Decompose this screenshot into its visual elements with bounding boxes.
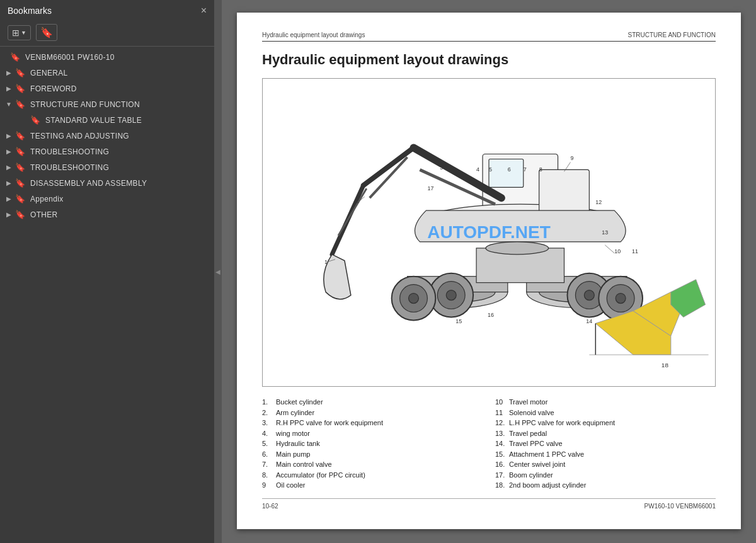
legend-text: 2nd boom adjust cylinder	[509, 480, 586, 491]
svg-point-20	[446, 290, 456, 300]
svg-text:13: 13	[602, 229, 608, 236]
legend-item: 15.Attachment 1 PPC valve	[495, 449, 716, 460]
page-document[interactable]: Hydraulic equipment layout drawings STRU…	[237, 13, 741, 529]
expand-trouble2[interactable]: ▶	[0, 164, 13, 171]
svg-line-53	[605, 245, 614, 253]
expand-appendix[interactable]: ▶	[0, 195, 13, 202]
grid-view-button[interactable]: ⊞ ▼	[8, 25, 31, 40]
sidebar-item-structure[interactable]: ▼ 🔖 STRUCTURE AND FUNCTION	[0, 96, 214, 112]
legend-num: 17.	[495, 470, 507, 481]
svg-text:9: 9	[570, 155, 573, 161]
footer-left: 10-62	[262, 503, 278, 510]
legend-item: 11Solenoid valve	[495, 408, 716, 418]
legend-item: 6.Main pump	[262, 449, 483, 460]
svg-text:17: 17	[427, 185, 433, 191]
legend-num: 5.	[262, 438, 273, 449]
legend-num: 2.	[262, 408, 273, 418]
sidebar-item-label-appendix: Appendix	[30, 195, 63, 203]
legend-text: Main pump	[276, 449, 310, 460]
expand-general[interactable]: ▶	[0, 69, 13, 76]
legend-item: 18.2nd boom adjust cylinder	[495, 480, 716, 491]
legend-text: Main control valve	[276, 459, 332, 470]
bookmark-icon-appendix: 🔖	[15, 194, 25, 203]
svg-text:15: 15	[455, 318, 462, 324]
bookmark-icon-structure: 🔖	[15, 100, 25, 109]
expand-structure[interactable]: ▼	[0, 101, 13, 108]
sidebar-item-label-foreword: FOREWORD	[30, 84, 77, 93]
sidebar-resizer[interactable]: ◀	[214, 0, 222, 543]
legend-text: Center swivel joint	[509, 459, 565, 470]
svg-text:12: 12	[595, 199, 602, 205]
legend-text: L.H PPC valve for work equipment	[509, 418, 615, 428]
sidebar-item-root[interactable]: 🔖 VENBM66001 PW160-10	[0, 49, 214, 65]
expand-testing[interactable]: ▶	[0, 132, 13, 139]
sidebar-item-label-disassembly: DISASSEMBLY AND ASSEMBLY	[30, 179, 147, 188]
legend-item: 13.Travel pedal	[495, 428, 716, 439]
bookmark-icon-trouble2: 🔖	[15, 163, 25, 172]
svg-text:16: 16	[488, 312, 494, 318]
svg-text:8: 8	[539, 166, 542, 173]
svg-text:14: 14	[586, 318, 592, 324]
bookmark-icon-foreword: 🔖	[15, 84, 25, 93]
bookmark-icon-testing: 🔖	[15, 131, 25, 140]
svg-point-23	[584, 290, 594, 300]
close-button[interactable]: ×	[201, 5, 207, 16]
svg-text:6: 6	[508, 166, 511, 173]
footer-right: PW160-10 VENBM66001	[644, 503, 716, 510]
legend-text: Travel motor	[509, 397, 547, 408]
svg-text:5: 5	[489, 166, 492, 173]
legend-num: 13.	[495, 428, 507, 439]
legend-num: 8.	[262, 470, 273, 481]
svg-text:7: 7	[524, 166, 527, 173]
svg-point-11	[486, 242, 549, 254]
legend-num: 1.	[262, 397, 273, 408]
sidebar-toolbar: ⊞ ▼ 🔖	[0, 21, 214, 47]
bookmark-icon-trouble1: 🔖	[15, 147, 25, 156]
legend-text: wing motor	[276, 428, 310, 439]
legend-num: 18.	[495, 480, 507, 491]
page-header-left: Hydraulic equipment layout drawings	[262, 31, 365, 38]
legend-text: Travel pedal	[509, 428, 547, 439]
expand-trouble1[interactable]: ▶	[0, 148, 13, 155]
legend-text: Travel PPC valve	[509, 438, 563, 449]
sidebar-title: Bookmarks	[8, 6, 52, 16]
svg-point-29	[616, 294, 626, 304]
grid-icon: ⊞	[12, 28, 20, 38]
svg-point-26	[409, 294, 419, 304]
legend-num: 4.	[262, 428, 273, 439]
legend-num: 10	[495, 397, 507, 408]
bookmark-icon-other: 🔖	[15, 210, 25, 219]
sidebar-item-appendix[interactable]: ▶ 🔖 Appendix	[0, 191, 214, 207]
expand-foreword[interactable]: ▶	[0, 85, 13, 92]
expand-disassembly[interactable]: ▶	[0, 180, 13, 186]
expand-other[interactable]: ▶	[0, 211, 13, 218]
resizer-icon: ◀	[215, 268, 220, 275]
legend-area: 1.Bucket cylinder2.Arm cylinder3.R.H PPC…	[262, 397, 716, 491]
page-title: Hydraulic equipment layout drawings	[262, 52, 716, 68]
svg-text:18: 18	[662, 362, 669, 369]
page-header-right: STRUCTURE AND FUNCTION	[628, 31, 716, 38]
sidebar-item-other[interactable]: ▶ 🔖 OTHER	[0, 207, 214, 222]
sidebar-item-standard[interactable]: 🔖 STANDARD VALUE TABLE	[0, 112, 214, 128]
svg-text:2: 2	[356, 198, 359, 204]
sidebar-item-disassembly[interactable]: ▶ 🔖 DISASSEMBLY AND ASSEMBLY	[0, 175, 214, 191]
legend-text: Solenoid valve	[509, 408, 554, 418]
sidebar-item-foreword[interactable]: ▶ 🔖 FOREWORD	[0, 81, 214, 96]
legend-item: 1.Bucket cylinder	[262, 397, 483, 408]
svg-line-17	[338, 188, 367, 236]
legend-text: R.H PPC valve for work equipment	[276, 418, 383, 428]
sidebar-item-general[interactable]: ▶ 🔖 GENERAL	[0, 65, 214, 81]
sidebar-item-trouble1[interactable]: ▶ 🔖 TROUBLESHOOTING	[0, 144, 214, 159]
legend-item: 4.wing motor	[262, 428, 483, 439]
sidebar-item-trouble2[interactable]: ▶ 🔖 TROUBLESHOOTING	[0, 159, 214, 175]
bookmark-add-button[interactable]: 🔖	[36, 24, 57, 41]
bookmark-list: 🔖 VENBM66001 PW160-10 ▶ 🔖 GENERAL ▶ 🔖 FO…	[0, 47, 214, 543]
legend-num: 3.	[262, 418, 273, 428]
legend-text: Bucket cylinder	[276, 397, 323, 408]
legend-item: 17.Boom cylinder	[495, 470, 716, 481]
sidebar-item-testing[interactable]: ▶ 🔖 TESTING AND ADJUSTING	[0, 128, 214, 144]
sidebar: Bookmarks × ⊞ ▼ 🔖 🔖 VENBM66001 PW160-10 …	[0, 0, 214, 543]
page-footer: 10-62 PW160-10 VENBM66001	[262, 498, 716, 510]
svg-line-13	[364, 148, 414, 186]
legend-item: 10Travel motor	[495, 397, 716, 408]
